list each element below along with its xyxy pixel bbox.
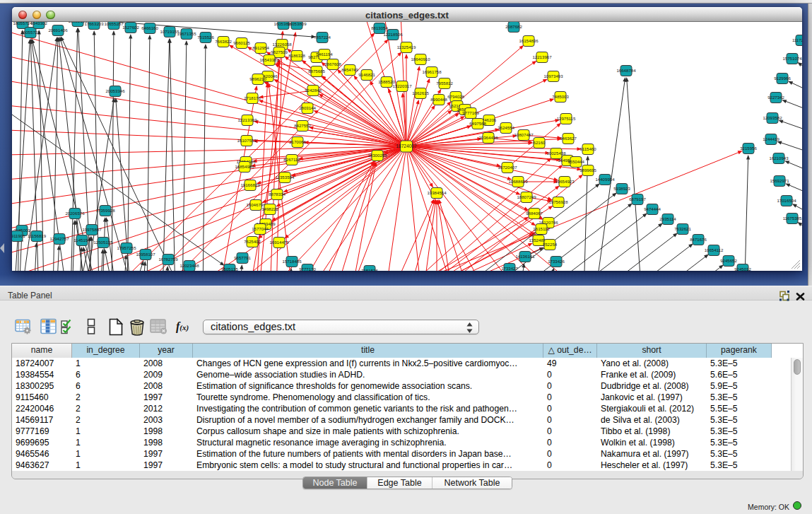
table-mode-icon[interactable] (86, 318, 96, 335)
window-titlebar[interactable]: citations_edges.txt (12, 7, 802, 22)
table-cell[interactable]: 9777169 (12, 426, 72, 437)
tab-edge-table[interactable]: Edge Table (367, 477, 433, 489)
table-cell[interactable]: 2 (72, 414, 140, 426)
column-header-in_degree[interactable]: in_degree (72, 344, 140, 358)
table-cell[interactable]: 1997 (140, 448, 193, 460)
table-cell[interactable]: 0 (543, 414, 597, 426)
table-cell[interactable]: Investigating the contribution of common… (193, 403, 543, 414)
table-cell[interactable]: Corpus callosum shape and size in male p… (193, 426, 543, 437)
table-cell[interactable]: 1998 (140, 426, 193, 437)
table-row[interactable]: 969969511998Structural magnetic resonanc… (12, 437, 791, 448)
table-cell[interactable]: 5.3E–5 (707, 426, 772, 437)
table-cell[interactable]: de Silva et al. (2003) (597, 414, 707, 426)
table-cell[interactable]: Genome–wide association studies in ADHD. (193, 369, 543, 380)
select-rows-icon[interactable] (61, 318, 76, 335)
table-cell[interactable]: Tourette syndrome. Phenomenology and cla… (193, 392, 543, 403)
desktop-scrollbar[interactable] (808, 4, 812, 286)
table-cell[interactable]: Stergiakouli et al. (2012) (597, 403, 707, 414)
table-cell[interactable]: 2 (72, 403, 140, 414)
table-cell[interactable]: Yano et al. (2008) (597, 358, 707, 369)
column-header-name[interactable]: name (12, 344, 72, 358)
table-cell[interactable]: 0 (543, 380, 597, 392)
table-row[interactable]: 1456911722003Disruption of a novel membe… (12, 414, 791, 426)
column-header-pagerank[interactable]: pagerank (707, 344, 772, 358)
table-cell[interactable]: 5.6E–5 (707, 369, 772, 380)
table-cell[interactable]: 5.9E–5 (707, 380, 772, 392)
table-cell[interactable]: Franke et al. (2009) (597, 369, 707, 380)
table-row[interactable]: 946362711997Embryonic stem cells: a mode… (12, 460, 791, 471)
table-row[interactable]: 1938455462009Genome–wide association stu… (12, 369, 791, 380)
float-panel-icon[interactable] (779, 291, 789, 301)
table-cell[interactable]: 49 (543, 358, 597, 369)
table-cell[interactable]: Disruption of a novel member of a sodium… (193, 414, 543, 426)
column-header-out_de[interactable]: △ out_de… (543, 344, 597, 358)
table-row[interactable]: 946554611997Estimation of the future num… (12, 448, 791, 460)
table-cell[interactable]: 2008 (140, 380, 193, 392)
new-document-icon[interactable] (108, 318, 124, 336)
table-cell[interactable]: Embryonic stem cells: a model to study s… (193, 460, 543, 471)
function-builder-icon[interactable]: f(x) (176, 320, 189, 333)
resize-grip-icon[interactable] (791, 259, 801, 269)
table-cell[interactable]: 5.3E–5 (707, 437, 772, 448)
table-cell[interactable]: 18724007 (12, 358, 72, 369)
table-cell[interactable]: 14569117 (12, 414, 72, 426)
table-cell[interactable]: Jankovic et al. (1997) (597, 392, 707, 403)
table-cell[interactable]: 5.3E–5 (707, 414, 772, 426)
table-row[interactable]: 2242004622012Investigating the contribut… (12, 403, 791, 414)
table-cell[interactable]: 2003 (140, 414, 193, 426)
column-header-short[interactable]: short (597, 344, 707, 358)
table-cell[interactable]: Changes of HCN gene expression and I(f) … (193, 358, 543, 369)
table-cell[interactable]: 2008 (140, 358, 193, 369)
table-cell[interactable]: 9699695 (12, 437, 72, 448)
table-cell[interactable]: Dudbridge et al. (2008) (597, 380, 707, 392)
table-cell[interactable]: 22420046 (12, 403, 72, 414)
table-cell[interactable]: Estimation of the future numbers of pati… (193, 448, 543, 460)
table-cell[interactable]: 2009 (140, 369, 193, 380)
table-cell[interactable]: 6 (72, 369, 140, 380)
table-cell[interactable]: 9465546 (12, 448, 72, 460)
table-cell[interactable]: 5.5E–5 (707, 403, 772, 414)
table-cell[interactable]: 1 (72, 460, 140, 471)
table-cell[interactable]: Estimation of significance thresholds fo… (193, 380, 543, 392)
table-combobox[interactable]: citations_edges.txt (203, 320, 479, 334)
table-cell[interactable]: 1 (72, 358, 140, 369)
table-cell[interactable]: Structural magnetic resonance image aver… (193, 437, 543, 448)
table-cell[interactable]: 1997 (140, 460, 193, 471)
table-cell[interactable]: Nakamura et al. (1997) (597, 448, 707, 460)
table-cell[interactable]: 6 (72, 380, 140, 392)
table-cell[interactable]: Tibbo et al. (1998) (597, 426, 707, 437)
table-cell[interactable]: 9115460 (12, 392, 72, 403)
table-cell[interactable]: 2012 (140, 403, 193, 414)
table-cell[interactable]: 9463627 (12, 460, 72, 471)
table-cell[interactable]: 19384554 (12, 369, 72, 380)
table-cell[interactable]: 1 (72, 426, 140, 437)
table-row[interactable]: 1872400712008Changes of HCN gene express… (12, 358, 791, 369)
table-cell[interactable]: 2 (72, 392, 140, 403)
delete-table-icon[interactable] (150, 318, 168, 335)
table-cell[interactable]: 0 (543, 460, 597, 471)
table-cell[interactable]: 1 (72, 448, 140, 460)
delete-rows-icon[interactable] (129, 318, 146, 336)
table-vertical-scrollbar[interactable] (791, 358, 803, 471)
table-cell[interactable]: 0 (543, 426, 597, 437)
table-row[interactable]: 1830029562008Estimation of significance … (12, 380, 791, 392)
network-canvas[interactable]: 1805572416055723934330220691406188521931… (12, 22, 802, 271)
table-cell[interactable]: 5.3E–5 (707, 448, 772, 460)
column-header-year[interactable]: year (140, 344, 193, 358)
select-columns-icon[interactable] (40, 318, 57, 335)
table-cell[interactable]: Wolkin et al. (1998) (597, 437, 707, 448)
table-cell[interactable]: 18300295 (12, 380, 72, 392)
tab-network-table[interactable]: Network Table (433, 477, 512, 489)
network-view-window[interactable]: citations_edges.txt 18055724160557239343… (12, 7, 802, 271)
split-pane-handle-icon[interactable] (0, 243, 4, 253)
close-panel-icon[interactable] (796, 291, 805, 301)
table-cell[interactable]: Hescheler et al. (1997) (597, 460, 707, 471)
tab-node-table[interactable]: Node Table (303, 477, 367, 489)
table-cell[interactable]: 0 (543, 437, 597, 448)
table-cell[interactable]: 0 (543, 392, 597, 403)
table-settings-icon[interactable] (15, 318, 33, 335)
table-cell[interactable]: 5.3E–5 (707, 460, 772, 471)
column-header-title[interactable]: title (193, 344, 543, 358)
table-cell[interactable]: 5.3E–5 (707, 392, 772, 403)
table-cell[interactable]: 0 (543, 369, 597, 380)
